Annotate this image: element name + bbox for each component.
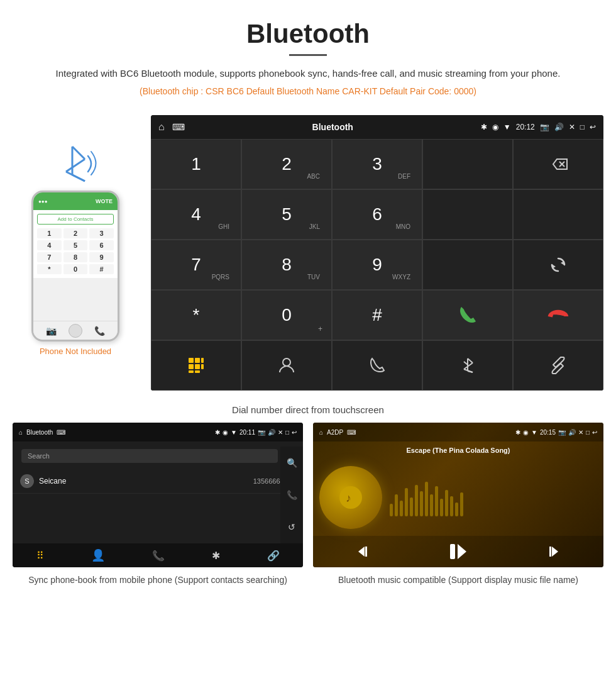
dial-call-button[interactable] xyxy=(422,290,513,340)
dial-key-6[interactable]: 6MNO xyxy=(332,189,422,240)
nav-phone[interactable] xyxy=(332,340,422,391)
dial-empty-3 xyxy=(513,189,603,240)
contacts-bottom-nav: ⠿ 👤 📞 ✱ 🔗 xyxy=(13,543,303,567)
dial-empty-1 xyxy=(422,139,513,189)
bluetooth-signal-icon xyxy=(53,140,97,184)
person-icon xyxy=(277,356,296,375)
svg-marker-9 xyxy=(552,264,556,269)
svg-line-1 xyxy=(66,159,85,172)
link-icon xyxy=(549,357,567,374)
description-text: Integrated with BC6 Bluetooth module, su… xyxy=(38,66,578,81)
phone-home-button xyxy=(69,324,82,338)
wifi-status-icon: ▼ xyxy=(503,123,511,131)
music-home-icon: ⌂ xyxy=(319,429,323,436)
call-icon xyxy=(456,304,479,326)
refresh-action-icon[interactable]: ↺ xyxy=(288,522,295,532)
contacts-nav-grid[interactable]: ⠿ xyxy=(36,550,44,562)
page-title: Bluetooth xyxy=(38,19,578,49)
usb-icon: ⌨ xyxy=(172,122,185,132)
dial-key-star[interactable]: * xyxy=(151,290,241,340)
svg-rect-11 xyxy=(195,358,200,363)
contacts-nav-phone[interactable]: 📞 xyxy=(152,550,165,562)
contacts-screen-title: Bluetooth xyxy=(26,429,53,436)
album-art: ♪ xyxy=(319,466,382,529)
bluetooth-status-icon: ✱ xyxy=(481,123,487,131)
dial-screen: ⌂ ⌨ Bluetooth ✱ ◉ ▼ 20:12 📷 🔊 ✕ □ ↩ 1 2A… xyxy=(151,115,603,391)
phone-not-included-label: Phone Not Included xyxy=(40,347,111,356)
svg-line-19 xyxy=(468,358,473,363)
svg-point-18 xyxy=(283,358,290,366)
svg-marker-5 xyxy=(553,159,567,169)
dial-key-0[interactable]: 0+ xyxy=(241,290,332,340)
svg-rect-13 xyxy=(189,364,194,369)
music-time: 20:15 xyxy=(540,429,556,436)
music-screen-container: ⌂ A2DP ⌨ ✱◉▼ 20:15 📷🔊✕□↩ Escape (The Pin… xyxy=(313,423,603,567)
call-action-icon[interactable]: 📞 xyxy=(287,490,297,500)
svg-rect-10 xyxy=(189,358,194,363)
svg-rect-17 xyxy=(195,370,200,373)
home-icon: ⌂ xyxy=(158,121,165,133)
prev-button[interactable] xyxy=(352,543,377,560)
add-contacts-label: Add to Contacts xyxy=(37,214,114,225)
music-caption: Bluetooth music compatible (Support disp… xyxy=(338,574,578,587)
svg-rect-15 xyxy=(201,364,204,369)
svg-marker-27 xyxy=(358,547,365,557)
next-button[interactable] xyxy=(539,543,564,560)
contacts-nav-link[interactable]: 🔗 xyxy=(267,550,280,562)
nav-contacts[interactable] xyxy=(241,340,332,391)
svg-text:♪: ♪ xyxy=(346,492,351,504)
grid-icon xyxy=(187,357,205,374)
back-status-icon: ↩ xyxy=(590,123,596,131)
dial-key-3[interactable]: 3DEF xyxy=(332,139,422,189)
svg-rect-29 xyxy=(450,544,455,559)
camera-status-icon: 📷 xyxy=(540,123,549,131)
header-section: Bluetooth Integrated with BC6 Bluetooth … xyxy=(0,0,616,115)
music-controls xyxy=(313,536,603,567)
song-title: Escape (The Pina Colada Song) xyxy=(313,441,603,459)
phone-keypad: 1 2 3 4 5 6 7 8 9 * 0 # xyxy=(37,228,114,274)
svg-line-22 xyxy=(468,371,473,372)
dial-key-4[interactable]: 4GHI xyxy=(151,189,241,240)
dialpad-grid: 1 2ABC 3DEF 4GHI 5JKL 6MNO 7PQRS 8TUV 9W… xyxy=(151,139,603,391)
album-art-inner: ♪ xyxy=(339,486,362,509)
backspace-icon xyxy=(548,157,568,171)
contacts-nav-bt[interactable]: ✱ xyxy=(212,550,220,562)
dial-backspace[interactable] xyxy=(513,139,603,189)
dial-key-hash[interactable]: # xyxy=(332,290,422,340)
play-pause-icon xyxy=(448,541,469,562)
dial-refresh[interactable] xyxy=(513,240,603,290)
music-content: ♪ xyxy=(313,459,603,536)
contacts-home-icon: ⌂ xyxy=(19,429,23,436)
dial-key-7[interactable]: 7PQRS xyxy=(151,240,241,290)
dial-key-1[interactable]: 1 xyxy=(151,139,241,189)
waveform xyxy=(390,479,597,516)
contacts-nav-person[interactable]: 👤 xyxy=(91,548,105,562)
search-action-icon[interactable]: 🔍 xyxy=(287,458,297,468)
phone-mockup: ●●● WOTE Add to Contacts 1 2 3 4 5 6 7 8… xyxy=(31,191,119,342)
nav-grid[interactable] xyxy=(151,340,241,391)
nav-bluetooth[interactable] xyxy=(422,340,513,391)
play-pause-button[interactable] xyxy=(446,541,471,562)
refresh-icon xyxy=(548,255,568,275)
contacts-time: 20:11 xyxy=(239,429,255,436)
dial-caption: Dial number direct from touchscreen xyxy=(0,397,616,423)
dial-key-9[interactable]: 9WXYZ xyxy=(332,240,422,290)
dial-key-5[interactable]: 5JKL xyxy=(241,189,332,240)
specs-text: (Bluetooth chip : CSR BC6 Default Blueto… xyxy=(38,86,578,96)
nav-link[interactable] xyxy=(513,340,603,391)
time-display: 20:12 xyxy=(516,123,535,131)
dial-end-button[interactable] xyxy=(513,290,603,340)
end-call-icon xyxy=(547,304,569,326)
music-status-bar: ⌂ A2DP ⌨ ✱◉▼ 20:15 📷🔊✕□↩ xyxy=(313,423,603,441)
title-divider xyxy=(289,54,327,56)
dial-key-2[interactable]: 2ABC xyxy=(241,139,332,189)
svg-marker-30 xyxy=(458,544,466,559)
svg-rect-14 xyxy=(195,364,200,369)
contact-initial: S xyxy=(20,474,34,488)
x-status-icon: ✕ xyxy=(569,123,575,131)
dial-empty-2 xyxy=(422,189,513,240)
contacts-caption: Sync phone-book from mobile phone (Suppo… xyxy=(28,574,287,587)
contact-row[interactable]: S Seicane 13566664466 xyxy=(13,469,303,494)
search-placeholder: Search xyxy=(28,452,50,460)
dial-key-8[interactable]: 8TUV xyxy=(241,240,332,290)
